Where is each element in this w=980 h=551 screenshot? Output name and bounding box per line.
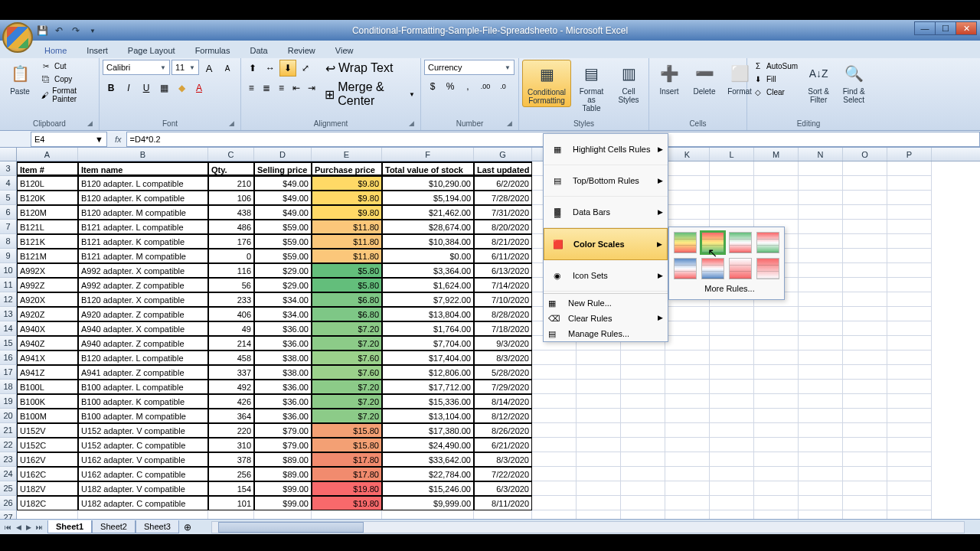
- cell[interactable]: [532, 452, 577, 467]
- more-rules-item[interactable]: More Rules...: [674, 279, 779, 295]
- office-button[interactable]: [2, 22, 33, 53]
- cell[interactable]: [577, 438, 621, 452]
- cell[interactable]: $13,104.00: [382, 409, 474, 423]
- cell[interactable]: A992X: [17, 263, 78, 278]
- cell[interactable]: [887, 191, 932, 205]
- row-header-24[interactable]: 24: [0, 467, 17, 481]
- cell[interactable]: [799, 321, 843, 336]
- cell[interactable]: [887, 481, 932, 496]
- cell[interactable]: [710, 452, 754, 467]
- comma-button[interactable]: ,: [459, 78, 476, 95]
- cell[interactable]: [799, 307, 843, 321]
- cell[interactable]: [665, 409, 710, 423]
- cell[interactable]: $17,404.00: [382, 350, 474, 365]
- cell[interactable]: 7/10/2020: [474, 292, 532, 307]
- cell[interactable]: $19.80: [312, 496, 382, 510]
- cell[interactable]: A992 adapter. X compatible: [78, 263, 208, 278]
- cell[interactable]: [887, 394, 932, 409]
- cell[interactable]: [799, 220, 843, 234]
- cell[interactable]: [843, 263, 887, 278]
- sheet-tab-sheet2[interactable]: Sheet2: [92, 520, 136, 533]
- cell[interactable]: $15.80: [312, 438, 382, 452]
- cell[interactable]: $5.80: [312, 263, 382, 278]
- cell[interactable]: [665, 161, 710, 176]
- cell[interactable]: $17.80: [312, 467, 382, 481]
- cell[interactable]: $89.00: [254, 452, 312, 467]
- cell[interactable]: $6.80: [312, 292, 382, 307]
- horizontal-scrollbar[interactable]: [211, 521, 965, 533]
- cell[interactable]: 106: [208, 191, 254, 205]
- cell[interactable]: [532, 510, 577, 519]
- cell[interactable]: $7.20: [312, 380, 382, 394]
- cell[interactable]: U162C: [17, 467, 78, 481]
- column-header-E[interactable]: E: [312, 148, 382, 161]
- column-header-C[interactable]: C: [208, 148, 254, 161]
- cell[interactable]: B120M: [17, 205, 78, 220]
- cell[interactable]: [887, 365, 932, 380]
- cell[interactable]: 49: [208, 321, 254, 336]
- cell[interactable]: [887, 336, 932, 350]
- cell[interactable]: [799, 481, 843, 496]
- align-top-button[interactable]: ⬆: [244, 60, 261, 77]
- cell[interactable]: [665, 307, 710, 321]
- data-bars-item[interactable]: ▓ Data Bars▶: [544, 197, 668, 228]
- cell[interactable]: $34.00: [254, 292, 312, 307]
- cell[interactable]: $6.80: [312, 307, 382, 321]
- cell[interactable]: [665, 394, 710, 409]
- cell[interactable]: [843, 438, 887, 452]
- align-center-button[interactable]: ≣: [260, 80, 274, 96]
- cell[interactable]: 337: [208, 365, 254, 380]
- cell[interactable]: [799, 191, 843, 205]
- cell[interactable]: [710, 307, 754, 321]
- cell[interactable]: B100 adapter. M compatible: [78, 409, 208, 423]
- cell[interactable]: [577, 510, 621, 519]
- sheet-nav-next[interactable]: ▶: [24, 522, 33, 533]
- autosum-button[interactable]: ΣAutoSum: [750, 60, 800, 72]
- cell[interactable]: A940X: [17, 321, 78, 336]
- cell[interactable]: 233: [208, 292, 254, 307]
- row-header-23[interactable]: 23: [0, 452, 17, 467]
- row-header-17[interactable]: 17: [0, 365, 17, 380]
- cell[interactable]: U162 adapter. V compatible: [78, 452, 208, 467]
- find-select-button[interactable]: 🔍Find & Select: [837, 60, 871, 106]
- cell[interactable]: [754, 423, 799, 438]
- color-scale-option-3[interactable]: [729, 232, 752, 253]
- cell[interactable]: [577, 452, 621, 467]
- cell[interactable]: B120 adapter. L compatible: [78, 176, 208, 191]
- cell[interactable]: 101: [208, 496, 254, 510]
- cell[interactable]: $15.80: [312, 423, 382, 438]
- cell[interactable]: [17, 510, 78, 519]
- cell[interactable]: [621, 350, 665, 365]
- cell[interactable]: [754, 438, 799, 452]
- cell[interactable]: $9.80: [312, 191, 382, 205]
- cell[interactable]: $28,674.00: [382, 220, 474, 234]
- font-launcher[interactable]: ◢: [229, 119, 238, 129]
- cell[interactable]: 7/29/2020: [474, 380, 532, 394]
- cell[interactable]: $89.00: [254, 467, 312, 481]
- cell[interactable]: [799, 350, 843, 365]
- cell[interactable]: $49.00: [254, 205, 312, 220]
- row-header-25[interactable]: 25: [0, 481, 17, 496]
- cell[interactable]: [665, 350, 710, 365]
- cell[interactable]: [577, 481, 621, 496]
- cell[interactable]: $19.80: [312, 481, 382, 496]
- cell[interactable]: [665, 423, 710, 438]
- paste-button[interactable]: 📋 Paste: [3, 60, 37, 97]
- cell[interactable]: B120 adapter. X compatible: [78, 292, 208, 307]
- cell[interactable]: [621, 438, 665, 452]
- cell[interactable]: [799, 336, 843, 350]
- cell[interactable]: $29.00: [254, 263, 312, 278]
- cell[interactable]: [799, 452, 843, 467]
- cell[interactable]: B120L: [17, 176, 78, 191]
- cell[interactable]: [710, 481, 754, 496]
- cell[interactable]: [843, 161, 887, 176]
- cell[interactable]: [843, 292, 887, 307]
- cell[interactable]: 8/3/2020: [474, 350, 532, 365]
- cell[interactable]: B121M: [17, 249, 78, 263]
- undo-icon[interactable]: ↶: [52, 24, 66, 37]
- cell[interactable]: A940 adapter. X compatible: [78, 321, 208, 336]
- cell[interactable]: [665, 336, 710, 350]
- cell[interactable]: 8/11/2020: [474, 496, 532, 510]
- cell[interactable]: 56: [208, 278, 254, 292]
- cell[interactable]: 9/3/2020: [474, 336, 532, 350]
